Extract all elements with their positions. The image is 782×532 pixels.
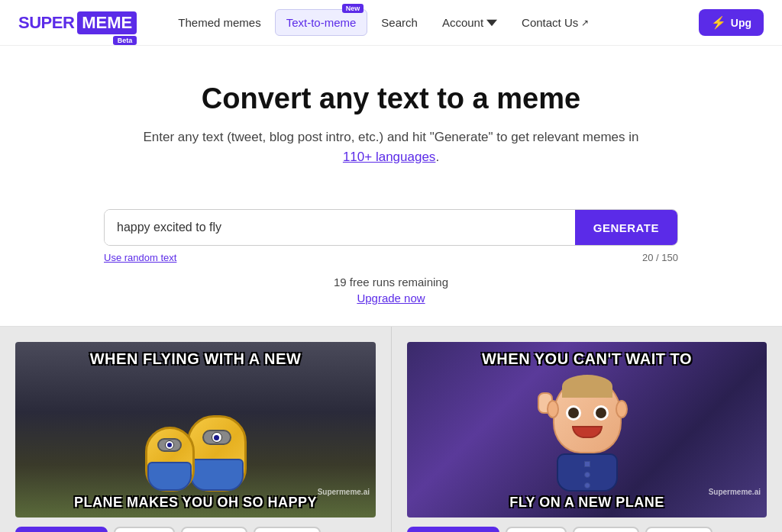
save-button-baby[interactable]: ★ Save bbox=[645, 527, 713, 532]
nav-links: Themed memes New Text-to-meme Search Acc… bbox=[167, 9, 692, 36]
baby-head bbox=[553, 377, 622, 453]
meme-card-baby: WHEN YOU CAN'T WAIT TO bbox=[391, 327, 782, 532]
action-buttons-minions: ⬇ Download ✎ Edit ⧉ Copy ★ Save bbox=[15, 527, 376, 532]
languages-link[interactable]: 110+ languages bbox=[343, 150, 435, 164]
meme-bottom-text-minions: PLANE MAKES YOU OH SO HAPPY bbox=[15, 495, 376, 517]
baby-head-area bbox=[538, 377, 637, 453]
minion-goggles-left bbox=[157, 438, 182, 452]
nav-item-contact[interactable]: Contact Us ↗ bbox=[511, 10, 599, 35]
chevron-down-icon bbox=[486, 18, 497, 28]
text-input[interactable] bbox=[105, 210, 575, 245]
nav-item-search[interactable]: Search bbox=[370, 10, 428, 35]
save-button-minions[interactable]: ★ Save bbox=[254, 527, 321, 532]
meme-top-text-minions: WHEN FLYING WITH A NEW bbox=[15, 342, 376, 368]
baby-mouth bbox=[572, 426, 603, 438]
hero-description: Enter any text (tweet, blog post intro, … bbox=[18, 127, 764, 166]
copy-button-baby[interactable]: ⧉ Copy bbox=[573, 527, 639, 532]
new-badge: New bbox=[342, 4, 364, 13]
beta-badge: Beta bbox=[113, 36, 137, 45]
download-button-minions[interactable]: ⬇ Download bbox=[15, 527, 108, 532]
minion-left bbox=[145, 427, 195, 492]
minion-pupil-right bbox=[214, 435, 219, 440]
minion-body-right bbox=[187, 415, 247, 492]
minions-scene bbox=[15, 368, 376, 495]
nav-item-text-to-meme[interactable]: New Text-to-meme bbox=[275, 9, 368, 36]
runs-info: 19 free runs remaining Upgrade now bbox=[0, 276, 782, 305]
baby-hair bbox=[562, 375, 612, 398]
generate-button[interactable]: GENERATE bbox=[575, 210, 677, 245]
action-buttons-baby: ⬇ Download ✎ Edit ⧉ Copy ★ Save bbox=[407, 527, 767, 532]
baby-scene bbox=[407, 368, 767, 495]
bolt-icon: ⚡ bbox=[711, 15, 726, 30]
hero-title: Convert any text to a meme bbox=[18, 82, 764, 115]
minion-eye-right bbox=[212, 432, 222, 443]
minion-right bbox=[187, 415, 247, 492]
shirt-button-1 bbox=[584, 461, 590, 467]
meme-card-minions: WHEN FLYING WITH A NEW bbox=[0, 327, 391, 532]
minion-pupil-left bbox=[167, 443, 172, 447]
meme-watermark-minions: Supermeme.ai bbox=[318, 488, 370, 496]
edit-button-baby[interactable]: ✎ Edit bbox=[506, 527, 567, 532]
baby-figure bbox=[538, 377, 637, 492]
baby-ear-right bbox=[616, 400, 628, 418]
input-meta: Use random text 20 / 150 bbox=[104, 252, 678, 263]
char-count: 20 / 150 bbox=[642, 252, 678, 263]
meme-watermark-baby: Supermeme.ai bbox=[709, 488, 761, 496]
upgrade-link[interactable]: Upgrade now bbox=[0, 292, 782, 305]
minion-goggles-right bbox=[202, 430, 231, 445]
minion-eye-left bbox=[165, 440, 174, 450]
nav-item-themed-memes[interactable]: Themed memes bbox=[167, 10, 271, 35]
shirt-button-3 bbox=[584, 482, 590, 488]
baby-eye-left bbox=[566, 405, 581, 421]
minion-overalls-left bbox=[147, 462, 192, 491]
external-link-icon: ↗ bbox=[581, 18, 589, 28]
meme-image-minions: WHEN FLYING WITH A NEW bbox=[15, 342, 376, 517]
minion-overalls-right bbox=[190, 459, 244, 491]
logo[interactable]: SUPER MEME Beta bbox=[18, 11, 137, 34]
copy-button-minions[interactable]: ⧉ Copy bbox=[181, 527, 247, 532]
meme-image-baby: WHEN YOU CAN'T WAIT TO bbox=[407, 342, 767, 517]
upgrade-button[interactable]: ⚡ Upg bbox=[699, 9, 764, 36]
random-text-link[interactable]: Use random text bbox=[104, 252, 176, 263]
baby-body bbox=[557, 453, 618, 492]
logo-super: SUPER bbox=[18, 13, 74, 33]
navigation: SUPER MEME Beta Themed memes New Text-to… bbox=[0, 0, 782, 46]
meme-bottom-text-baby: FLY ON A NEW PLANE bbox=[407, 495, 767, 517]
logo-meme: MEME bbox=[77, 11, 137, 34]
download-button-baby[interactable]: ⬇ Download bbox=[407, 527, 499, 532]
input-row: GENERATE bbox=[104, 209, 678, 246]
shirt-button-2 bbox=[584, 472, 590, 478]
baby-ear-left bbox=[547, 400, 559, 418]
hero-section: Convert any text to a meme Enter any tex… bbox=[0, 46, 782, 191]
nav-item-account[interactable]: Account bbox=[431, 10, 508, 35]
shirt-buttons bbox=[558, 455, 616, 488]
baby-eye-right bbox=[593, 405, 609, 421]
minion-body-left bbox=[145, 427, 195, 492]
input-section: GENERATE Use random text 20 / 150 bbox=[86, 209, 696, 263]
meme-top-text-baby: WHEN YOU CAN'T WAIT TO bbox=[407, 342, 767, 368]
memes-grid: WHEN FLYING WITH A NEW bbox=[0, 327, 782, 532]
runs-remaining-text: 19 free runs remaining bbox=[334, 276, 448, 289]
edit-button-minions[interactable]: ✎ Edit bbox=[114, 527, 175, 532]
